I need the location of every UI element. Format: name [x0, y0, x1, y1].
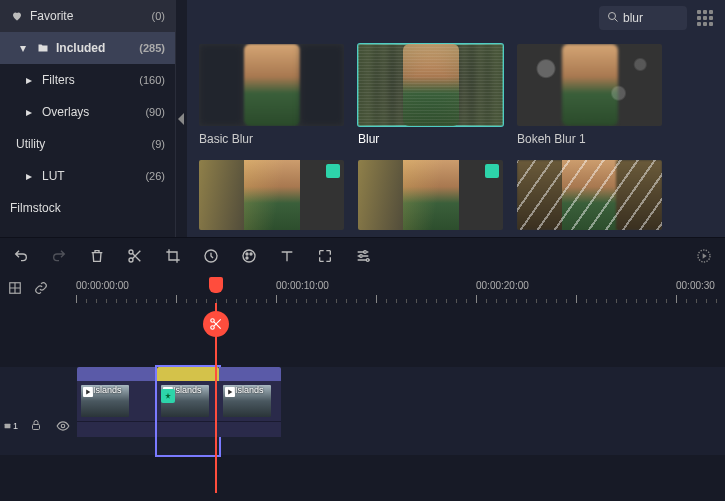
sidebar-label: Filters	[42, 73, 75, 87]
search-input[interactable]	[623, 11, 683, 25]
chevron-right-icon: ▸	[22, 73, 36, 87]
svg-point-0	[609, 12, 616, 19]
play-icon	[83, 387, 93, 397]
sidebar: Favorite (0) ▾ Included (285) ▸ Filters …	[0, 0, 175, 237]
delete-icon[interactable]	[88, 247, 106, 265]
timeline-clip[interactable]: Islands	[219, 367, 281, 455]
sidebar-count: (26)	[145, 170, 165, 182]
effect-thumb-blur[interactable]: Blur	[358, 44, 503, 146]
svg-rect-13	[5, 424, 11, 429]
svg-point-8	[364, 250, 367, 253]
sidebar-label: Utility	[16, 137, 45, 151]
search-input-wrap[interactable]	[599, 6, 687, 30]
clip-name: Islands	[173, 385, 202, 395]
sidebar-item-filters[interactable]: ▸ Filters (160)	[0, 64, 175, 96]
redo-icon[interactable]	[50, 247, 68, 265]
svg-point-16	[211, 319, 215, 323]
sidebar-count: (160)	[139, 74, 165, 86]
time-label: 00:00:30	[676, 280, 715, 291]
heart-icon	[10, 10, 24, 22]
svg-point-7	[246, 257, 248, 259]
thumb-caption: Bokeh Blur 1	[517, 132, 662, 146]
playhead[interactable]	[215, 303, 217, 493]
track-badge: 1	[4, 419, 18, 433]
effect-thumb-bokeh-blur-1[interactable]: Bokeh Blur 1	[517, 44, 662, 146]
speed-icon[interactable]	[202, 247, 220, 265]
link-icon[interactable]	[34, 281, 48, 295]
svg-point-6	[250, 253, 252, 255]
svg-point-17	[211, 326, 215, 330]
svg-point-10	[366, 258, 369, 261]
effect-thumb[interactable]	[199, 160, 344, 230]
effect-badge-icon	[161, 389, 175, 403]
time-label: 00:00:00:00	[76, 280, 129, 291]
playhead-handle[interactable]	[209, 277, 223, 293]
sidebar-count: (285)	[139, 42, 165, 54]
panel-collapse-handle[interactable]	[175, 0, 187, 237]
render-icon[interactable]	[695, 247, 713, 265]
text-icon[interactable]	[278, 247, 296, 265]
sidebar-item-utility[interactable]: Utility (9)	[0, 128, 175, 160]
download-icon	[485, 164, 499, 178]
thumb-caption: Basic Blur	[199, 132, 344, 146]
svg-rect-14	[33, 425, 40, 430]
crop-icon[interactable]	[164, 247, 182, 265]
play-icon	[225, 387, 235, 397]
timeline-ruler[interactable]: 00:00:00:00 00:00:10:00 00:00:20:00 00:0…	[0, 273, 725, 303]
grid-view-icon[interactable]	[697, 10, 713, 26]
chevron-down-icon: ▾	[16, 41, 30, 55]
effect-thumb[interactable]	[517, 160, 662, 230]
undo-icon[interactable]	[12, 247, 30, 265]
split-icon[interactable]	[126, 247, 144, 265]
sidebar-label: Overlays	[42, 105, 89, 119]
effects-panel: Basic Blur Blur Bokeh Blur 1	[187, 0, 725, 237]
sidebar-label: Filmstock	[10, 201, 61, 215]
timeline-toolbar	[0, 237, 725, 273]
thumb-caption: Blur	[358, 132, 503, 146]
sidebar-item-favorite[interactable]: Favorite (0)	[0, 0, 175, 32]
chevron-right-icon: ▸	[22, 105, 36, 119]
search-icon	[607, 11, 619, 26]
chevron-right-icon: ▸	[22, 169, 36, 183]
sidebar-label: Favorite	[30, 9, 73, 23]
clip-name: Islands	[93, 385, 122, 395]
timeline-clip[interactable]: Islands	[77, 367, 157, 455]
svg-point-4	[243, 250, 255, 262]
track-controls: 1	[0, 419, 70, 433]
timeline: 00:00:00:00 00:00:10:00 00:00:20:00 00:0…	[0, 273, 725, 501]
time-label: 00:00:10:00	[276, 280, 329, 291]
sidebar-count: (90)	[145, 106, 165, 118]
effect-thumb-basic-blur[interactable]: Basic Blur	[199, 44, 344, 146]
sidebar-count: (9)	[152, 138, 165, 150]
svg-point-5	[246, 253, 248, 255]
sidebar-item-lut[interactable]: ▸ LUT (26)	[0, 160, 175, 192]
scissors-icon[interactable]	[203, 311, 229, 337]
timeline-clip-selected[interactable]: Islands	[157, 367, 219, 455]
sidebar-label: Included	[56, 41, 105, 55]
match-cut-icon[interactable]	[8, 281, 22, 295]
folder-icon	[36, 42, 50, 54]
sidebar-item-overlays[interactable]: ▸ Overlays (90)	[0, 96, 175, 128]
effect-thumb[interactable]	[358, 160, 503, 230]
expand-icon[interactable]	[316, 247, 334, 265]
svg-point-15	[61, 424, 65, 428]
clip-name: Islands	[235, 385, 264, 395]
sidebar-item-filmstock[interactable]: Filmstock	[0, 192, 175, 224]
download-icon	[326, 164, 340, 178]
color-icon[interactable]	[240, 247, 258, 265]
time-label: 00:00:20:00	[476, 280, 529, 291]
sidebar-item-included[interactable]: ▾ Included (285)	[0, 32, 175, 64]
sidebar-count: (0)	[152, 10, 165, 22]
eye-icon[interactable]	[56, 419, 70, 433]
lock-icon[interactable]	[30, 419, 44, 433]
sidebar-label: LUT	[42, 169, 65, 183]
svg-point-9	[360, 254, 363, 257]
adjust-icon[interactable]	[354, 247, 372, 265]
